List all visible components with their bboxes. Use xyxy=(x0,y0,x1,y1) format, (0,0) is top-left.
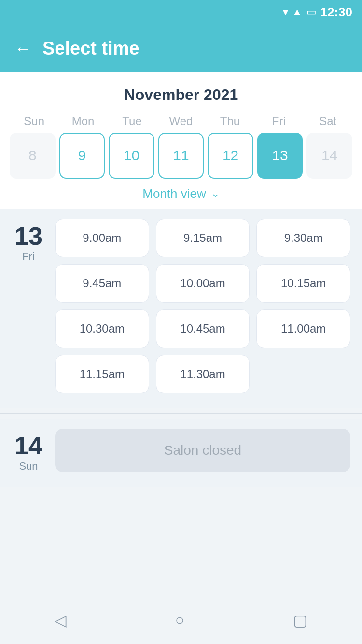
day-12[interactable]: 12 xyxy=(208,133,253,179)
slot-945am[interactable]: 9.45am xyxy=(55,264,149,303)
month-year-label: November 2021 xyxy=(10,86,352,104)
app-header: ← Select time xyxy=(0,24,362,72)
section-divider xyxy=(0,413,362,414)
status-icons: ▾ ▲ ▭ xyxy=(283,6,317,18)
day-13-slots-grid: 9.00am 9.15am 9.30am 9.45am 10.00am 10.1… xyxy=(55,219,350,393)
nav-bar: ◁ ○ ▢ xyxy=(0,596,362,644)
nav-home-icon[interactable]: ○ xyxy=(175,611,184,629)
slot-930am[interactable]: 9.30am xyxy=(256,219,350,257)
day-14-label: 14 Sun xyxy=(12,428,45,473)
weekday-wed: Wed xyxy=(156,114,205,128)
day-14-section: 14 Sun Salon closed xyxy=(0,419,362,487)
battery-icon: ▭ xyxy=(306,6,317,18)
weekday-sun: Sun xyxy=(10,114,58,128)
weekday-thu: Thu xyxy=(206,114,254,128)
weekdays-row: Sun Mon Tue Wed Thu Fri Sat xyxy=(10,114,352,128)
day-13[interactable]: 13 xyxy=(257,133,303,179)
slot-1115am[interactable]: 11.15am xyxy=(55,355,149,393)
month-view-label: Month view xyxy=(142,186,206,201)
page-title: Select time xyxy=(42,38,139,59)
weekday-mon: Mon xyxy=(58,114,107,128)
status-time: 12:30 xyxy=(320,5,353,20)
slot-1045am[interactable]: 10.45am xyxy=(156,309,250,348)
day-8[interactable]: 8 xyxy=(10,133,56,179)
slot-1130am[interactable]: 11.30am xyxy=(156,355,250,393)
nav-back-icon[interactable]: ◁ xyxy=(55,611,67,630)
back-button[interactable]: ← xyxy=(14,40,31,56)
day-13-section: 13 Fri 9.00am 9.15am 9.30am 9.45am 10.00… xyxy=(0,209,362,408)
calendar-section: November 2021 Sun Mon Tue Wed Thu Fri Sa… xyxy=(0,72,362,209)
day-13-label: 13 Fri xyxy=(12,219,45,263)
slot-1015am[interactable]: 10.15am xyxy=(256,264,350,303)
wifi-icon: ▾ xyxy=(283,6,288,18)
signal-icon: ▲ xyxy=(292,6,303,18)
weekday-fri: Fri xyxy=(254,114,303,128)
weekday-sat: Sat xyxy=(304,114,352,128)
slot-1100am[interactable]: 11.00am xyxy=(256,309,350,348)
day-13-name: Fri xyxy=(22,251,35,263)
status-bar: ▾ ▲ ▭ 12:30 xyxy=(0,0,362,24)
days-row: 8 9 10 11 12 13 14 xyxy=(10,133,352,179)
slot-1000am[interactable]: 10.00am xyxy=(156,264,250,303)
day-13-number: 13 xyxy=(14,224,42,249)
day-13-block: 13 Fri 9.00am 9.15am 9.30am 9.45am 10.00… xyxy=(12,219,350,393)
day-14[interactable]: 14 xyxy=(306,133,352,179)
day-11[interactable]: 11 xyxy=(158,133,204,179)
slot-900am[interactable]: 9.00am xyxy=(55,219,149,257)
weekday-tue: Tue xyxy=(108,114,156,128)
chevron-down-icon: ⌄ xyxy=(211,187,220,200)
day-14-name: Sun xyxy=(19,460,38,473)
day-14-number: 14 xyxy=(14,433,42,458)
day-10[interactable]: 10 xyxy=(109,133,154,179)
salon-closed-label: Salon closed xyxy=(55,429,350,472)
nav-recent-icon[interactable]: ▢ xyxy=(293,611,307,630)
month-view-toggle[interactable]: Month view ⌄ xyxy=(10,186,352,201)
day-9[interactable]: 9 xyxy=(59,133,105,179)
slot-1030am[interactable]: 10.30am xyxy=(55,309,149,348)
slot-915am[interactable]: 9.15am xyxy=(156,219,250,257)
